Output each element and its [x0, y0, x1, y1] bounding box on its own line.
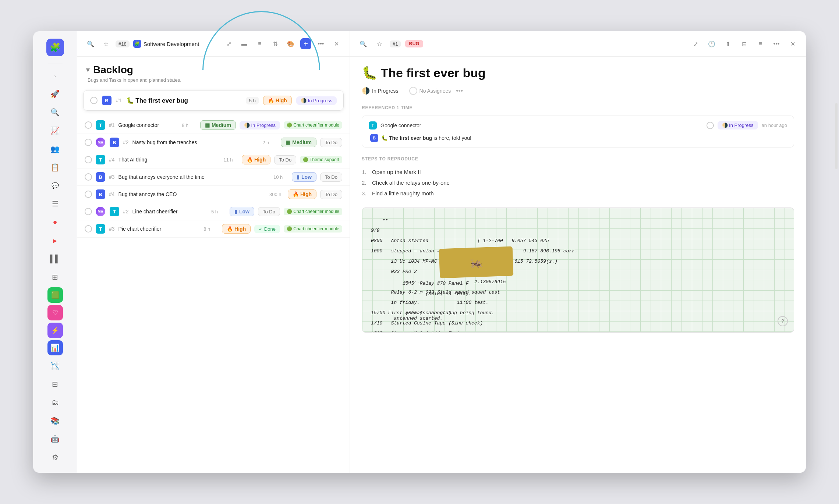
row-module: 🟢 Chart cheerifier module — [284, 208, 342, 215]
row-type-badge: T — [96, 120, 105, 130]
row-priority[interactable]: 🔥 High — [288, 189, 316, 199]
sidebar-item-grid[interactable]: ⊞ — [47, 269, 63, 285]
detail-close-icon[interactable]: ✕ — [787, 38, 799, 50]
collapse-icon[interactable]: ▾ — [86, 66, 89, 74]
row-checkbox[interactable] — [85, 225, 92, 233]
row-status[interactable]: To Do — [320, 190, 342, 199]
sidebar-item-play[interactable]: ▶ — [47, 233, 63, 249]
row-priority[interactable]: ▮ Low — [230, 207, 254, 216]
bug-label: BUG — [405, 40, 423, 47]
sidebar-item-purple-app[interactable]: ⚡ — [47, 323, 63, 338]
sidebar-item-grid2[interactable]: ⊟ — [47, 376, 63, 392]
sidebar-item-layers[interactable]: 🗂 — [47, 394, 63, 411]
row-time: 8 h — [203, 226, 218, 232]
sidebar-item-table[interactable]: 📋 — [47, 159, 63, 175]
detail-split-icon[interactable]: ⊟ — [738, 38, 750, 50]
referenced-row[interactable]: T Google connector 🌗 In Progress an hour… — [369, 121, 787, 129]
row-priority[interactable]: ▦ Medium — [200, 120, 236, 130]
detail-search-icon[interactable]: 🔍 — [357, 38, 369, 50]
sidebar-item-chart-active[interactable]: 📊 — [47, 340, 63, 356]
detail-meta: 🌗 In Progress No Assignees ••• — [362, 87, 794, 95]
detail-toolbar: 🔍 ☆ #1 BUG ⤢ 🕐 ⬆ ⊟ ≡ ••• ✕ — [350, 31, 806, 57]
expand-icon[interactable]: ⤢ — [223, 38, 235, 50]
star-icon[interactable]: ☆ — [100, 38, 112, 50]
help-button[interactable]: ? — [778, 316, 788, 326]
row-checkbox[interactable] — [85, 156, 92, 163]
search-icon[interactable]: 🔍 — [85, 38, 96, 50]
status-badge[interactable]: 🌗 In Progress — [296, 96, 337, 105]
ref-status[interactable]: 🌗 In Progress — [718, 121, 758, 129]
row-number: #2 — [123, 139, 129, 145]
row-priority[interactable]: ▮ Low — [292, 172, 316, 182]
task-checkbox[interactable] — [90, 97, 98, 104]
sidebar-item-chat[interactable]: 💬 — [47, 177, 63, 194]
detail-history-icon[interactable]: 🕐 — [706, 38, 718, 50]
assignees-field[interactable]: No Assignees — [409, 87, 451, 95]
detail-expand-icon[interactable]: ⤢ — [690, 38, 701, 50]
sidebar-item-analytics[interactable]: 📈 — [47, 123, 63, 139]
sidebar-item-green-app[interactable]: 🟩 — [47, 287, 63, 303]
row-status[interactable]: To Do — [320, 138, 342, 147]
detail-star-icon[interactable]: ☆ — [374, 38, 385, 50]
sidebar-item-chart2[interactable]: 📉 — [47, 358, 63, 374]
detail-more-icon[interactable]: ••• — [771, 38, 782, 50]
row-time: 8 h — [182, 123, 197, 128]
table-row[interactable]: T #1 Google connector 8 h ▦ Medium 🌗 In … — [77, 117, 350, 134]
sidebar-item-chevron[interactable]: › — [47, 68, 63, 84]
ref-title: Google connector — [380, 123, 703, 128]
sidebar-item-layers2[interactable]: 📚 — [47, 413, 63, 429]
row-title: Pie chart cheerifier — [118, 226, 200, 232]
row-module: 🟢 Chart cheerifier module — [284, 225, 342, 233]
detail-status[interactable]: 🌗 In Progress — [362, 87, 399, 95]
row-module: 🟢 Chart cheerifier module — [284, 121, 342, 129]
sidebar-item-list[interactable]: ☰ — [47, 196, 63, 212]
sidebar-item-agent[interactable]: 🤖 — [47, 431, 63, 447]
row-title: Bug that annoys everyone all the time — [118, 174, 270, 180]
table-row[interactable]: MA T #2 Line chart cheerifier 5 h ▮ Low … — [77, 203, 350, 220]
sidebar-item-users[interactable]: 👥 — [47, 141, 63, 157]
table-row[interactable]: T #4 That AI thing 11 h 🔥 High To Do 🟢 T… — [77, 151, 350, 168]
row-status[interactable]: ✓ Done — [254, 225, 280, 233]
view-icon[interactable]: ▬ — [238, 38, 250, 50]
sidebar-item-bars[interactable]: ▌▌ — [47, 251, 63, 267]
issue-count-badge: #18 — [116, 40, 130, 47]
more-menu-icon[interactable]: ••• — [315, 38, 327, 50]
highlighted-task[interactable]: B #1 🐛 The first ever bug 5 h 🔥 High 🌗 I… — [83, 90, 344, 111]
row-priority[interactable]: 🔥 High — [242, 155, 270, 164]
detail-filter-icon[interactable]: ≡ — [754, 38, 766, 50]
detail-share-icon[interactable]: ⬆ — [722, 38, 734, 50]
row-status[interactable]: To Do — [274, 155, 296, 164]
list-item: 3. Find a little naughty moth — [362, 188, 794, 199]
close-panel-icon[interactable]: ✕ — [330, 38, 342, 50]
backlog-subtitle: Bugs and Tasks in open and planned state… — [86, 77, 341, 83]
row-checkbox[interactable] — [85, 173, 92, 181]
add-task-button[interactable]: + — [300, 38, 311, 49]
sort-icon[interactable]: ⇅ — [269, 38, 281, 50]
filter-icon[interactable]: ≡ — [254, 38, 266, 50]
row-status[interactable]: To Do — [258, 207, 280, 216]
sidebar-item-rocket[interactable]: 🚀 — [47, 86, 63, 102]
row-number: #4 — [109, 157, 115, 163]
priority-badge[interactable]: 🔥 High — [263, 96, 292, 105]
row-status[interactable]: To Do — [320, 173, 342, 182]
more-options-icon[interactable]: ••• — [456, 87, 463, 95]
sidebar-item-search[interactable]: 🔍 — [47, 104, 63, 120]
table-row[interactable]: T #3 Pie chart cheerifier 8 h 🔥 High ✓ D… — [77, 220, 350, 238]
row-priority[interactable]: ▦ Medium — [281, 138, 316, 147]
sidebar-item-pink-app[interactable]: ♡ — [47, 305, 63, 320]
table-row[interactable]: B #4 Bug that annoys the CEO 300 h 🔥 Hig… — [77, 186, 350, 203]
row-time: 11 h — [223, 157, 238, 163]
app-logo: 🧩 — [46, 39, 64, 56]
ref-checkbox[interactable] — [707, 122, 714, 129]
table-row[interactable]: MA B #2 Nasty bug from the trenches 2 h … — [77, 134, 350, 151]
table-row[interactable]: B #3 Bug that annoys everyone all the ti… — [77, 168, 350, 186]
row-checkbox[interactable] — [85, 121, 92, 129]
row-checkbox[interactable] — [85, 208, 92, 215]
sidebar-item-target[interactable]: ● — [47, 214, 63, 230]
sidebar-item-settings[interactable]: ⚙ — [47, 449, 63, 465]
row-status[interactable]: 🌗 In Progress — [240, 121, 280, 129]
row-priority[interactable]: 🔥 High — [222, 224, 251, 234]
row-checkbox[interactable] — [85, 139, 92, 146]
row-checkbox[interactable] — [85, 191, 92, 198]
paint-icon[interactable]: 🎨 — [285, 38, 297, 50]
